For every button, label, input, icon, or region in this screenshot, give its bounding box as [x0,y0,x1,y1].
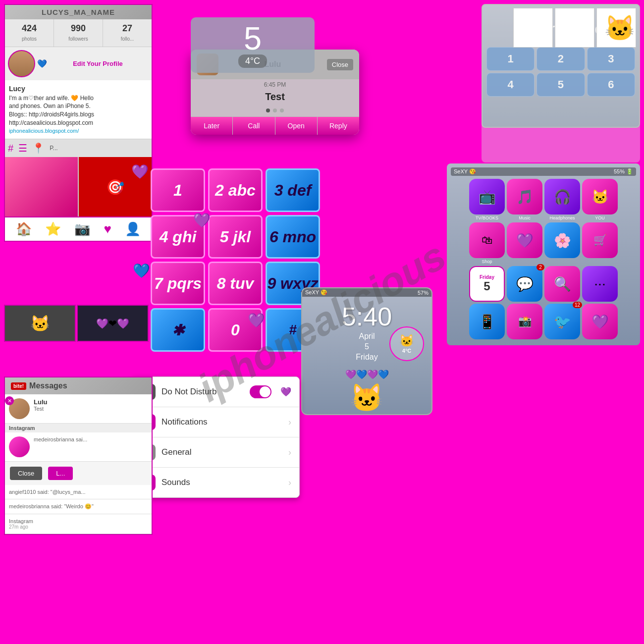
settings-do-not-disturb[interactable]: 🌙 Do Not Disturb 💜 [132,377,299,407]
lock-battery: 57% [418,290,429,296]
message-item-lulu[interactable]: ✕ Lulu Test [5,394,152,424]
sb-cell-flower: 🌸 [544,222,580,264]
do-not-disturb-label: Do Not Disturb [161,387,216,397]
ig-bio-line3: Blogs:: http://droidsR4girls.blogs [9,110,148,119]
notif-close-button[interactable]: Close [327,59,353,70]
weather-date-number: 5 [196,22,310,54]
sb-app4-icon[interactable]: 💜 [582,304,618,339]
sb-phone-icon[interactable]: 📱 [469,304,505,339]
dot-1 [266,108,270,112]
settings-general[interactable]: ✨ General › [132,437,299,468]
star-icon[interactable]: ⭐ [45,221,61,237]
bite-badge: bite! [11,382,26,390]
ig-username: LUCYS_MA_NAME [5,5,152,19]
message-item-instagram3[interactable]: medeirosbrianna said: "Weirdo 😊" [5,499,152,514]
ig-bio-link[interactable]: iphonealicious.blogspot.com/ [9,127,148,135]
sb-cell-shop: 🛍 Shop [469,222,505,264]
ig-bio: Lucy I'm a m♡ther and wife. 🧡 Hello and … [5,80,152,139]
message-close-lulu[interactable]: ✕ [5,396,14,405]
key-8tuv[interactable]: 8 tuv [208,262,263,305]
sb-music-icon[interactable]: 🎵 [507,179,542,215]
message-preview-ig4: Instagram [9,518,148,524]
key-0[interactable]: 0 [208,308,263,352]
home-icon[interactable]: 🏠 [16,221,32,237]
sb-cell-search: 🔍 [544,266,580,302]
message-item-instagram1[interactable]: medeirosbrianna sai... [5,432,152,462]
photo-cell-2[interactable]: 🎯 [79,157,152,216]
sb-cart-icon[interactable]: 🛒 [582,222,618,258]
notif-open-button[interactable]: Open [275,117,318,135]
settings-sounds[interactable]: 📢 Sounds › [132,468,299,497]
lock-weather-temp: 4°C [402,348,411,354]
weather-widget: 5 4°C [191,17,315,73]
avatar [8,50,35,77]
white-box-1 [513,8,553,48]
notif-actions: Later Call Open Reply [191,116,359,135]
sb-cell-dots: ··· [582,266,618,302]
person-icon[interactable]: 👤 [125,221,141,237]
messages-close-button[interactable]: Close [10,467,42,480]
key-1[interactable]: 1 [151,168,205,212]
settings-notifications[interactable]: 💜 Notifications › [132,407,299,437]
messages-l-button[interactable]: L... [48,467,73,480]
camera-icon[interactable]: 📷 [74,221,90,237]
sb-shop-label: Shop [482,259,492,264]
message-item-instagram2[interactable]: angief1010 said: "@lucys_ma... [5,485,152,499]
sb-chat-icon[interactable]: 💬 2 [507,266,542,302]
key-7pqrs[interactable]: 7 pqrs [151,262,205,305]
menu-icon[interactable]: ☰ [18,142,27,154]
sb-flower-icon[interactable]: 🌸 [544,222,580,258]
message-content-lulu: Lulu Test [34,398,148,412]
notif-later-button[interactable]: Later [191,117,233,135]
sb-chat-badge: 2 [537,264,544,270]
do-not-disturb-toggle[interactable] [250,385,271,398]
sb-instagram2-icon[interactable]: 📸 [507,304,542,339]
message-avatar-ig1 [9,436,30,457]
sb-search-icon[interactable]: 🔍 [544,266,580,302]
lock-hearts-row: 💜💙💜💙 [302,367,431,382]
sb-cell-chat: 💬 2 [507,266,542,302]
sb-shop-icon[interactable]: 🛍 [469,222,505,258]
lock-weather-emoji: 🐱 [399,334,414,348]
key-star[interactable]: ✱ [151,308,205,352]
sb-tvbooks-icon[interactable]: 📺 [469,179,505,215]
location-icon[interactable]: 📍 [32,142,45,154]
sb-dots-icon[interactable]: ··· [582,266,618,302]
sb-carrier: SeXY 😘 [454,168,476,175]
grid-icon[interactable]: # [8,143,13,154]
ig-followers-count: 990 [55,23,102,34]
message-preview-ig3: medeirosbrianna said: "Weirdo 😊" [9,503,148,510]
key-2abc[interactable]: 2 abc [208,168,263,212]
sb-headphones-icon[interactable]: 🎧 [544,179,580,215]
ig-photos-stat[interactable]: 424 photos [5,19,54,47]
sb-twitter2-icon[interactable]: 🐦 12 [544,304,580,339]
key-5jkl[interactable]: 5 jkl [208,215,263,259]
ig-stats-row: 424 photos 990 followers 27 follo... [5,19,152,47]
photo-cell-1[interactable] [5,157,78,216]
lock-date-day: Friday [356,353,377,361]
sb-row-3: Friday5 💬 2 🔍 ··· [451,266,636,302]
sounds-chevron: › [288,478,291,488]
message-item-instagram4[interactable]: Instagram 27m ago [5,514,152,534]
edit-profile-button[interactable]: Edit Your Profile [47,60,149,67]
heart-feed-icon[interactable]: ♥ [104,221,111,237]
notif-reply-button[interactable]: Reply [318,117,359,135]
lock-clock-area: 5:40 April 5 Friday 🐱 4°C [302,297,431,367]
key-4ghi[interactable]: 4 ghi [151,215,205,259]
sb-heart-app-icon[interactable]: 💜 [507,222,542,258]
weather-temp: 4°C [238,54,267,68]
hello-kitty-top-icon: 🐱 [604,14,635,43]
ig-followers-stat[interactable]: 990 followers [54,19,103,47]
ig-following-stat[interactable]: 27 follo... [103,19,152,47]
key-6mno[interactable]: 6 mno [266,215,320,259]
sb-cell-calendar: Friday5 [469,266,505,302]
sb-battery: 55% 🔋 [614,168,633,175]
notif-call-button[interactable]: Call [233,117,275,135]
lock-weather-circle: 🐱 4°C [389,326,424,361]
sb-calendar-icon[interactable]: Friday5 [469,266,505,302]
ig-photos-count: 424 [6,23,53,34]
sb-kitty-icon[interactable]: 🐱 [582,179,618,215]
sb-cell-cart: 🛒 [582,222,618,264]
key-3def[interactable]: 3 def [266,168,320,212]
do-not-disturb-heart: 💜 [280,386,291,397]
